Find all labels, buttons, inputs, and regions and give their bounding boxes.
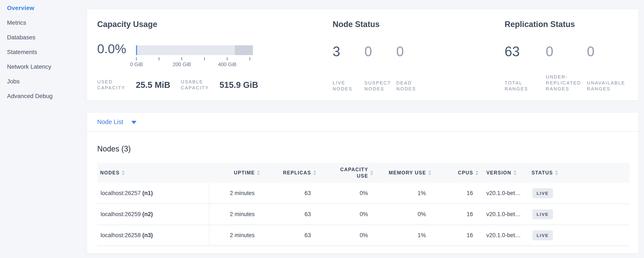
dead-nodes-label: DEAD NODES xyxy=(396,80,428,92)
usable-capacity-stat: USABLE CAPACITY 515.9 GiB xyxy=(181,79,258,91)
column-label: CPUS xyxy=(458,170,473,176)
node-address: localhost:26258 xyxy=(100,232,141,238)
column-header-uptime[interactable]: UPTIME xyxy=(209,163,263,183)
column-header-replicas[interactable]: REPLICAS xyxy=(263,163,320,183)
axis-label: 200 GiB xyxy=(173,61,191,67)
sort-icon xyxy=(428,170,431,175)
capacity-use-cell: 0% xyxy=(320,183,377,204)
sidebar-item-advanced-debug[interactable]: Advanced Debug xyxy=(0,89,86,103)
replicas-cell: 63 xyxy=(263,183,320,204)
capacity-use-cell: 0% xyxy=(320,225,377,246)
version-cell: v20.1.0-bet… xyxy=(482,183,525,204)
sort-icon xyxy=(313,170,316,175)
column-header-status[interactable]: STATUS xyxy=(525,163,630,183)
memory-use-cell: 0% xyxy=(377,204,434,225)
suspect-nodes-stat: 0 SUSPECT NODES xyxy=(364,45,396,92)
unavailable-ranges-label: UNAVAILABLE RANGES xyxy=(587,80,628,92)
capacity-gauge-row: 0.0% 0 GiB xyxy=(97,43,332,68)
sort-icon xyxy=(514,170,516,175)
node-list-card: Node List Nodes (3) NODES xyxy=(87,112,638,253)
dead-nodes-value: 0 xyxy=(396,45,428,58)
column-label: REPLICAS xyxy=(283,170,311,176)
sidebar: Overview Metrics Databases Statements Ne… xyxy=(0,0,86,258)
sort-icon xyxy=(555,170,558,175)
uptime-cell: 2 minutes xyxy=(209,204,263,225)
node-address-cell[interactable]: localhost:26257 (n1) xyxy=(97,183,209,204)
sidebar-item-overview[interactable]: Overview xyxy=(0,1,86,15)
axis-label: 0 GiB xyxy=(130,61,143,67)
memory-use-cell: 1% xyxy=(377,225,434,246)
column-label: NODES xyxy=(100,170,120,176)
sidebar-item-statements[interactable]: Statements xyxy=(0,45,86,59)
live-nodes-value: 3 xyxy=(332,45,364,58)
capacity-use-cell: 0% xyxy=(320,204,377,225)
capacity-stats: USED CAPACITY 25.5 MiB USABLE CAPACITY 5… xyxy=(97,79,332,91)
axis-tick xyxy=(250,57,250,60)
column-header-nodes[interactable]: NODES xyxy=(97,163,209,183)
usable-capacity-value: 515.9 GiB xyxy=(220,80,258,90)
nodes-count-heading: Nodes (3) xyxy=(97,145,629,153)
used-capacity-label: USED CAPACITY xyxy=(97,79,136,91)
axis-tick xyxy=(136,57,137,60)
axis-tick xyxy=(204,57,205,60)
node-status-stats: 3 LIVE NODES 0 SUSPECT NODES 0 DEAD NODE… xyxy=(332,45,504,92)
node-list-body: Nodes (3) NODES UPTIME xyxy=(87,145,638,246)
sidebar-item-network-latency[interactable]: Network Latency xyxy=(0,59,86,74)
chevron-down-icon xyxy=(131,121,136,124)
axis-label: 400 GiB xyxy=(218,61,236,67)
status-badge: LIVE xyxy=(532,230,553,240)
unavailable-ranges-stat: 0 UNAVAILABLE RANGES xyxy=(587,45,628,92)
used-capacity-stat: USED CAPACITY 25.5 MiB xyxy=(97,79,170,91)
capacity-gauge-used-segment xyxy=(136,45,137,55)
unavailable-ranges-value: 0 xyxy=(587,45,628,58)
node-row: localhost:26257 (n1) 2 minutes 63 0% 1% … xyxy=(97,183,630,204)
capacity-gauge: 0 GiB 200 GiB 400 GiB xyxy=(136,43,253,68)
node-list-dropdown-label: Node List xyxy=(97,118,123,125)
cpus-cell: 16 xyxy=(434,204,482,225)
column-label: VERSION xyxy=(486,170,512,176)
column-header-memory-use[interactable]: MEMORY USE xyxy=(377,163,434,183)
capacity-gauge-labels: 0 GiB 200 GiB 400 GiB xyxy=(136,61,253,68)
under-replicated-ranges-label: UNDER- REPLICATED RANGES xyxy=(546,74,587,92)
status-cell: LIVE xyxy=(525,225,630,246)
sort-icon xyxy=(257,170,260,175)
status-badge: LIVE xyxy=(532,188,553,198)
sidebar-item-jobs[interactable]: Jobs xyxy=(0,74,86,89)
column-header-cpus[interactable]: CPUS xyxy=(434,163,482,183)
status-cell: LIVE xyxy=(525,204,630,225)
node-address-cell[interactable]: localhost:26259 (n2) xyxy=(97,204,209,225)
used-capacity-value: 25.5 MiB xyxy=(136,80,170,90)
sidebar-item-metrics[interactable]: Metrics xyxy=(0,15,86,30)
capacity-gauge-axis xyxy=(136,56,253,61)
status-cell: LIVE xyxy=(525,183,630,204)
sort-icon xyxy=(475,170,478,175)
cpus-cell: 16 xyxy=(434,183,482,204)
replication-status-title: Replication Status xyxy=(504,19,628,29)
column-label: MEMORY USE xyxy=(389,170,426,176)
column-label: UPTIME xyxy=(234,170,255,176)
nodes-table: NODES UPTIME REPLICAS CAPACITY USE xyxy=(97,163,630,246)
node-id: (n2) xyxy=(142,211,153,217)
sort-icon xyxy=(370,170,373,175)
node-address: localhost:26257 xyxy=(100,190,141,196)
node-status-section: Node Status 3 LIVE NODES 0 SUSPECT NODES… xyxy=(332,19,504,101)
sort-icon xyxy=(122,170,125,175)
cpus-cell: 16 xyxy=(434,225,482,246)
node-list-dropdown[interactable]: Node List xyxy=(97,118,136,125)
usable-capacity-label: USABLE CAPACITY xyxy=(181,79,220,91)
capacity-gauge-reserved-segment xyxy=(235,45,253,55)
node-id: (n3) xyxy=(142,232,153,238)
live-nodes-stat: 3 LIVE NODES xyxy=(332,45,364,92)
column-header-version[interactable]: VERSION xyxy=(482,163,525,183)
node-id: (n1) xyxy=(142,190,153,196)
node-address-cell[interactable]: localhost:26258 (n3) xyxy=(97,225,209,246)
axis-tick xyxy=(182,57,182,60)
memory-use-cell: 1% xyxy=(377,183,434,204)
node-row: localhost:26259 (n2) 2 minutes 63 0% 0% … xyxy=(97,204,630,225)
axis-tick xyxy=(227,57,228,60)
column-header-capacity-use[interactable]: CAPACITY USE xyxy=(320,163,377,183)
suspect-nodes-value: 0 xyxy=(364,45,396,58)
sidebar-item-databases[interactable]: Databases xyxy=(0,30,86,45)
version-cell: v20.1.0-bet… xyxy=(482,204,525,225)
cluster-summary-card: Capacity Usage 0.0% xyxy=(87,9,638,101)
